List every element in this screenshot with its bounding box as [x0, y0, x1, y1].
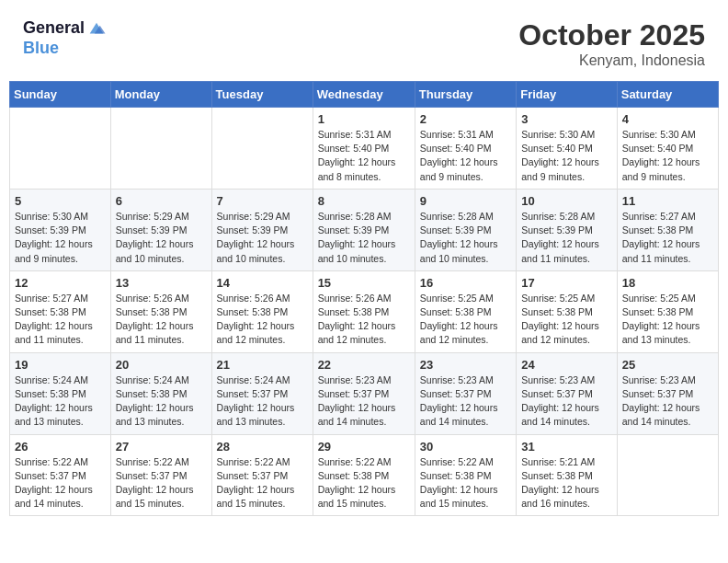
day-number: 31	[521, 440, 612, 454]
calendar-cell	[10, 108, 111, 190]
calendar-cell: 1Sunrise: 5:31 AMSunset: 5:40 PMDaylight…	[313, 108, 415, 190]
day-info: Sunrise: 5:27 AMSunset: 5:38 PMDaylight:…	[15, 292, 106, 348]
day-number: 2	[420, 112, 511, 126]
day-info: Sunrise: 5:25 AMSunset: 5:38 PMDaylight:…	[622, 292, 713, 348]
day-number: 28	[217, 440, 308, 454]
weekday-header-wednesday: Wednesday	[313, 82, 415, 108]
calendar-cell: 16Sunrise: 5:25 AMSunset: 5:38 PMDayligh…	[415, 270, 516, 352]
day-info: Sunrise: 5:26 AMSunset: 5:38 PMDaylight:…	[318, 292, 410, 348]
weekday-header-saturday: Saturday	[617, 82, 718, 108]
calendar-cell	[110, 108, 211, 190]
calendar-cell: 5Sunrise: 5:30 AMSunset: 5:39 PMDaylight…	[10, 189, 111, 270]
day-number: 17	[521, 276, 612, 290]
day-number: 1	[318, 112, 410, 126]
logo-text: General	[23, 18, 85, 39]
logo-icon	[86, 18, 107, 39]
calendar-cell: 9Sunrise: 5:28 AMSunset: 5:39 PMDaylight…	[415, 189, 516, 270]
day-number: 20	[116, 358, 207, 372]
day-info: Sunrise: 5:23 AMSunset: 5:37 PMDaylight:…	[318, 373, 410, 430]
calendar-cell: 31Sunrise: 5:21 AMSunset: 5:38 PMDayligh…	[517, 434, 618, 516]
calendar-cell: 14Sunrise: 5:26 AMSunset: 5:38 PMDayligh…	[211, 270, 313, 352]
day-info: Sunrise: 5:25 AMSunset: 5:38 PMDaylight:…	[521, 292, 612, 348]
calendar-cell: 30Sunrise: 5:22 AMSunset: 5:38 PMDayligh…	[415, 434, 516, 516]
calendar-cell: 25Sunrise: 5:23 AMSunset: 5:37 PMDayligh…	[617, 352, 718, 434]
calendar-cell: 19Sunrise: 5:24 AMSunset: 5:38 PMDayligh…	[10, 352, 111, 434]
day-number: 27	[116, 440, 207, 454]
month-title: October 2025	[518, 18, 705, 52]
day-info: Sunrise: 5:22 AMSunset: 5:37 PMDaylight:…	[116, 455, 207, 511]
day-number: 9	[420, 194, 511, 208]
day-number: 24	[521, 358, 612, 372]
calendar-cell: 20Sunrise: 5:24 AMSunset: 5:38 PMDayligh…	[110, 352, 211, 434]
calendar-cell: 7Sunrise: 5:29 AMSunset: 5:39 PMDaylight…	[211, 189, 313, 270]
day-info: Sunrise: 5:30 AMSunset: 5:40 PMDaylight:…	[521, 128, 612, 184]
calendar-cell	[211, 108, 313, 190]
calendar-cell: 26Sunrise: 5:22 AMSunset: 5:37 PMDayligh…	[10, 434, 111, 516]
day-info: Sunrise: 5:30 AMSunset: 5:39 PMDaylight:…	[15, 210, 106, 266]
day-number: 30	[420, 440, 511, 454]
day-number: 23	[420, 358, 511, 372]
calendar-cell: 10Sunrise: 5:28 AMSunset: 5:39 PMDayligh…	[517, 189, 618, 270]
calendar-week-1: 1Sunrise: 5:31 AMSunset: 5:40 PMDaylight…	[10, 108, 719, 190]
day-info: Sunrise: 5:24 AMSunset: 5:38 PMDaylight:…	[116, 373, 207, 430]
day-info: Sunrise: 5:22 AMSunset: 5:37 PMDaylight:…	[15, 455, 106, 511]
weekday-header-friday: Friday	[517, 82, 618, 108]
day-number: 7	[217, 194, 308, 208]
day-number: 11	[622, 194, 713, 208]
day-info: Sunrise: 5:31 AMSunset: 5:40 PMDaylight:…	[420, 128, 511, 184]
day-number: 12	[15, 276, 106, 290]
weekday-header-monday: Monday	[110, 82, 211, 108]
day-info: Sunrise: 5:22 AMSunset: 5:38 PMDaylight:…	[318, 455, 410, 511]
calendar-cell: 22Sunrise: 5:23 AMSunset: 5:37 PMDayligh…	[313, 352, 415, 434]
day-info: Sunrise: 5:30 AMSunset: 5:40 PMDaylight:…	[622, 128, 713, 184]
day-info: Sunrise: 5:23 AMSunset: 5:37 PMDaylight:…	[521, 373, 612, 430]
calendar-cell: 18Sunrise: 5:25 AMSunset: 5:38 PMDayligh…	[617, 270, 718, 352]
calendar-cell: 15Sunrise: 5:26 AMSunset: 5:38 PMDayligh…	[313, 270, 415, 352]
day-number: 22	[318, 358, 410, 372]
day-info: Sunrise: 5:23 AMSunset: 5:37 PMDaylight:…	[622, 373, 713, 430]
calendar-cell: 13Sunrise: 5:26 AMSunset: 5:38 PMDayligh…	[110, 270, 211, 352]
day-number: 29	[318, 440, 410, 454]
day-info: Sunrise: 5:23 AMSunset: 5:37 PMDaylight:…	[420, 373, 511, 430]
day-number: 18	[622, 276, 713, 290]
day-number: 15	[318, 276, 410, 290]
day-number: 19	[15, 358, 106, 372]
calendar-cell: 29Sunrise: 5:22 AMSunset: 5:38 PMDayligh…	[313, 434, 415, 516]
day-info: Sunrise: 5:21 AMSunset: 5:38 PMDaylight:…	[521, 455, 612, 511]
calendar-cell: 17Sunrise: 5:25 AMSunset: 5:38 PMDayligh…	[517, 270, 618, 352]
day-info: Sunrise: 5:27 AMSunset: 5:38 PMDaylight:…	[622, 210, 713, 266]
calendar-week-4: 19Sunrise: 5:24 AMSunset: 5:38 PMDayligh…	[10, 352, 719, 434]
calendar-cell: 6Sunrise: 5:29 AMSunset: 5:39 PMDaylight…	[110, 189, 211, 270]
calendar-cell: 12Sunrise: 5:27 AMSunset: 5:38 PMDayligh…	[10, 270, 111, 352]
calendar-cell: 23Sunrise: 5:23 AMSunset: 5:37 PMDayligh…	[415, 352, 516, 434]
day-info: Sunrise: 5:29 AMSunset: 5:39 PMDaylight:…	[217, 210, 308, 266]
day-info: Sunrise: 5:26 AMSunset: 5:38 PMDaylight:…	[217, 292, 308, 348]
day-number: 16	[420, 276, 511, 290]
day-info: Sunrise: 5:25 AMSunset: 5:38 PMDaylight:…	[420, 292, 511, 348]
day-info: Sunrise: 5:24 AMSunset: 5:38 PMDaylight:…	[15, 373, 106, 430]
day-number: 25	[622, 358, 713, 372]
day-info: Sunrise: 5:22 AMSunset: 5:37 PMDaylight:…	[217, 455, 308, 511]
day-number: 6	[116, 194, 207, 208]
day-number: 13	[116, 276, 207, 290]
calendar-cell: 27Sunrise: 5:22 AMSunset: 5:37 PMDayligh…	[110, 434, 211, 516]
title-section: October 2025 Kenyam, Indonesia	[518, 18, 705, 69]
calendar-cell: 2Sunrise: 5:31 AMSunset: 5:40 PMDaylight…	[415, 108, 516, 190]
weekday-header-row: SundayMondayTuesdayWednesdayThursdayFrid…	[10, 82, 719, 108]
day-number: 14	[217, 276, 308, 290]
calendar-cell: 24Sunrise: 5:23 AMSunset: 5:37 PMDayligh…	[517, 352, 618, 434]
day-info: Sunrise: 5:29 AMSunset: 5:39 PMDaylight:…	[116, 210, 207, 266]
logo-blue: Blue	[23, 39, 107, 59]
weekday-header-sunday: Sunday	[10, 82, 111, 108]
day-info: Sunrise: 5:24 AMSunset: 5:37 PMDaylight:…	[217, 373, 308, 430]
location-subtitle: Kenyam, Indonesia	[518, 52, 705, 69]
calendar-cell: 4Sunrise: 5:30 AMSunset: 5:40 PMDaylight…	[617, 108, 718, 190]
calendar-cell: 8Sunrise: 5:28 AMSunset: 5:39 PMDaylight…	[313, 189, 415, 270]
page-header: General Blue October 2025 Kenyam, Indone…	[9, 9, 719, 74]
calendar-cell: 21Sunrise: 5:24 AMSunset: 5:37 PMDayligh…	[211, 352, 313, 434]
calendar-week-5: 26Sunrise: 5:22 AMSunset: 5:37 PMDayligh…	[10, 434, 719, 516]
day-number: 3	[521, 112, 612, 126]
calendar-cell: 3Sunrise: 5:30 AMSunset: 5:40 PMDaylight…	[517, 108, 618, 190]
weekday-header-tuesday: Tuesday	[211, 82, 313, 108]
day-info: Sunrise: 5:28 AMSunset: 5:39 PMDaylight:…	[521, 210, 612, 266]
